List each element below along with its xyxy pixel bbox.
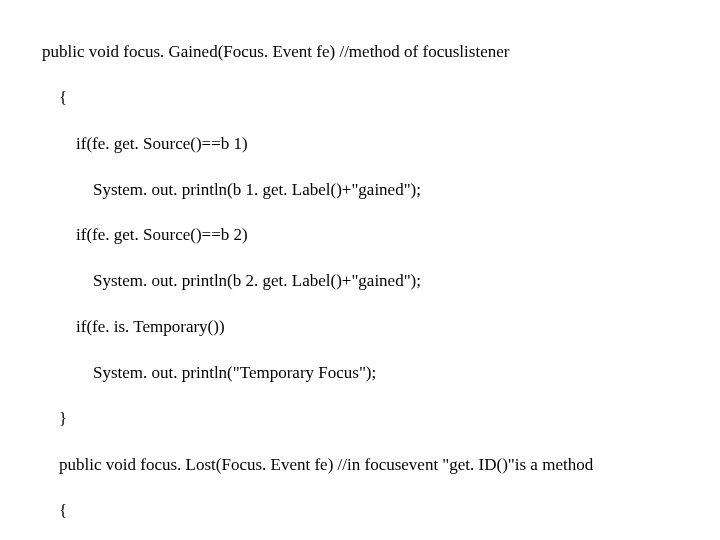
indent	[42, 317, 76, 336]
code-text: {	[59, 88, 67, 107]
code-text: public void focus. Lost(Focus. Event fe)…	[59, 455, 593, 474]
code-text: System. out. println(b 2. get. Label()+"…	[93, 271, 421, 290]
code-text: if(fe. get. Source()==b 2)	[76, 225, 248, 244]
code-text: if(fe. is. Temporary())	[76, 317, 225, 336]
code-line: {	[42, 87, 720, 110]
code-text: }	[59, 409, 67, 428]
indent	[42, 363, 93, 382]
indent	[42, 271, 93, 290]
indent	[42, 180, 93, 199]
indent	[42, 455, 59, 474]
code-line: }	[42, 408, 720, 431]
code-block: public void focus. Gained(Focus. Event f…	[0, 0, 720, 540]
indent	[42, 501, 59, 520]
code-line: if(fe. get. Source()==b 1)	[42, 133, 720, 156]
code-line: System. out. println(b 1. get. Label()+"…	[42, 179, 720, 202]
code-text: {	[59, 501, 67, 520]
code-line: if(fe. is. Temporary())	[42, 316, 720, 339]
indent	[42, 409, 59, 428]
code-text: System. out. println(b 1. get. Label()+"…	[93, 180, 421, 199]
code-line: public void focus. Gained(Focus. Event f…	[42, 41, 720, 64]
code-line: if(fe. get. Source()==b 2)	[42, 224, 720, 247]
indent	[42, 134, 76, 153]
code-text: if(fe. get. Source()==b 1)	[76, 134, 248, 153]
code-text: System. out. println("Temporary Focus");	[93, 363, 376, 382]
code-line: {	[42, 500, 720, 523]
indent	[42, 225, 76, 244]
code-line: System. out. println("Temporary Focus");	[42, 362, 720, 385]
code-line: public void focus. Lost(Focus. Event fe)…	[42, 454, 720, 477]
code-text: public void focus. Gained(Focus. Event f…	[42, 42, 509, 61]
code-line: System. out. println(b 2. get. Label()+"…	[42, 270, 720, 293]
indent	[42, 88, 59, 107]
